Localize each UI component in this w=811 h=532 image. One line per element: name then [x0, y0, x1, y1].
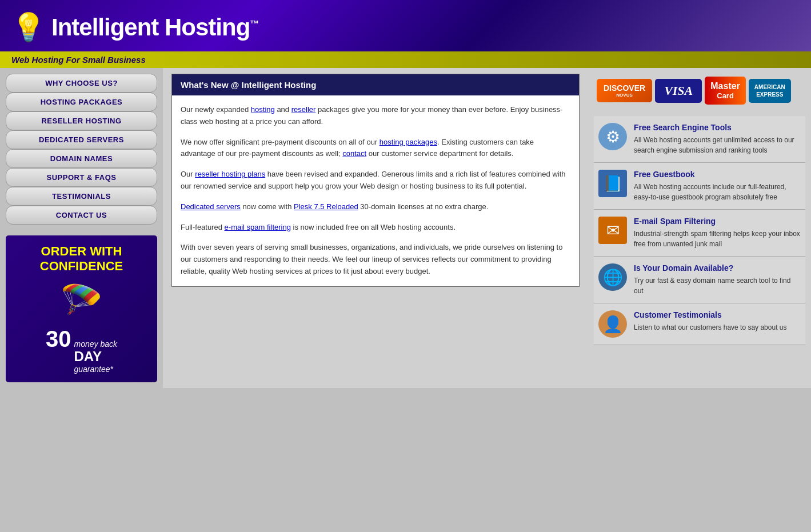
- nav-reseller-hosting[interactable]: RESELLER HOSTING: [6, 111, 157, 130]
- day-label: DAY: [74, 349, 117, 365]
- feature-desc-domain-available: Try our fast & easy domain name search t…: [634, 275, 801, 296]
- feature-icon-domain-available: 🌐: [598, 263, 627, 291]
- header: 💡 Intelligent Hosting™: [0, 0, 811, 51]
- feature-text-email-spam-filtering: E-mail Spam FilteringIndustrial-strength…: [634, 217, 801, 249]
- payment-icons: DISCOVER NOVUS VISA Master Card AMERICAN…: [594, 74, 805, 107]
- parachute-icon: 🪂: [60, 280, 103, 321]
- logo-text: Intelligent Hosting™: [51, 14, 258, 41]
- amex-card: AMERICANEXPRESS: [749, 79, 791, 103]
- feature-customer-testimonials[interactable]: 👤Customer TestimonialsListen to what our…: [594, 303, 805, 345]
- feature-free-guestbook[interactable]: 📘Free GuestbookAll Web hosting accounts …: [594, 163, 805, 210]
- feature-title-customer-testimonials: Customer Testimonials: [634, 310, 786, 319]
- news-paragraph-p3: Our reseller hosting plans have been rev…: [181, 169, 570, 193]
- mastercard-card: Master Card: [705, 77, 746, 105]
- link-dedicated-servers[interactable]: Dedicated servers: [181, 202, 241, 211]
- news-body: Our newly expanded hosting and reseller …: [172, 95, 579, 286]
- link-reseller[interactable]: reseller: [291, 105, 316, 114]
- news-box: What's New @ Intelligent Hosting Our new…: [171, 74, 580, 287]
- visa-card: VISA: [655, 79, 702, 103]
- feature-title-email-spam-filtering: E-mail Spam Filtering: [634, 217, 801, 226]
- feature-icon-customer-testimonials: 👤: [598, 310, 627, 338]
- link-contact[interactable]: contact: [342, 149, 366, 158]
- order-banner: ORDER WITH CONFIDENCE 🪂 30 money back DA…: [6, 235, 157, 382]
- link-e-mail-spam-filtering[interactable]: e-mail spam filtering: [225, 223, 291, 231]
- feature-icon-email-spam-filtering: ✉: [598, 217, 627, 244]
- feature-desc-email-spam-filtering: Industrial-strength spam filtering helps…: [634, 229, 801, 249]
- news-paragraph-p2: We now offer significant pre-payment dis…: [181, 137, 570, 161]
- feature-icon-free-guestbook: 📘: [598, 170, 627, 197]
- feature-icon-search-engine-tools: ⚙: [598, 123, 627, 150]
- feature-email-spam-filtering[interactable]: ✉E-mail Spam FilteringIndustrial-strengt…: [594, 210, 805, 257]
- nav-why-choose-us[interactable]: WHY CHOOSE US?: [6, 74, 157, 93]
- feature-domain-available[interactable]: 🌐Is Your Domain Available?Try our fast &…: [594, 257, 805, 303]
- feature-text-search-engine-tools: Free Search Engine ToolsAll Web hosting …: [634, 123, 801, 155]
- lightbulb-icon: 💡: [11, 14, 46, 41]
- nav-hosting-packages[interactable]: HOSTING PACKAGES: [6, 93, 157, 111]
- news-paragraph-p1: Our newly expanded hosting and reseller …: [181, 104, 570, 128]
- content-area: What's New @ Intelligent Hosting Our new…: [163, 68, 588, 388]
- news-paragraph-p5: Full-featured e-mail spam filtering is n…: [181, 222, 570, 234]
- logo-area: 💡 Intelligent Hosting™: [11, 14, 258, 41]
- money-back-label: money back: [74, 339, 117, 349]
- feature-text-free-guestbook: Free GuestbookAll Web hosting accounts i…: [634, 170, 801, 202]
- news-paragraph-p6: With over seven years of serving small b…: [181, 242, 570, 277]
- nav-support-faqs[interactable]: SUPPORT & FAQS: [6, 168, 157, 187]
- feature-desc-search-engine-tools: All Web hosting accounts get unlimited a…: [634, 135, 801, 155]
- feature-search-engine-tools[interactable]: ⚙Free Search Engine ToolsAll Web hosting…: [594, 116, 805, 163]
- tagline-bar: Web Hosting For Small Business: [0, 51, 811, 68]
- nav-domain-names[interactable]: DOMAIN NAMES: [6, 149, 157, 168]
- link-reseller-hosting-plans[interactable]: reseller hosting plans: [195, 170, 265, 178]
- link-hosting[interactable]: hosting: [251, 105, 275, 114]
- feature-desc-free-guestbook: All Web hosting accounts include our ful…: [634, 182, 801, 202]
- right-sidebar: DISCOVER NOVUS VISA Master Card AMERICAN…: [588, 68, 811, 388]
- guarantee-label: guarantee*: [74, 365, 117, 374]
- feature-text-domain-available: Is Your Domain Available?Try our fast & …: [634, 263, 801, 296]
- order-days: 30: [46, 326, 71, 352]
- logo-name: Intelligent Hosting: [51, 14, 250, 41]
- order-title: ORDER WITH CONFIDENCE: [40, 244, 123, 274]
- nav-dedicated-servers[interactable]: DEDICATED SERVERS: [6, 130, 157, 149]
- nav-contact-us[interactable]: CONTACT US: [6, 206, 157, 225]
- left-sidebar: WHY CHOOSE US?HOSTING PACKAGESRESELLER H…: [0, 68, 163, 388]
- feature-title-search-engine-tools: Free Search Engine Tools: [634, 123, 801, 132]
- tagline-text: Web Hosting For Small Business: [11, 55, 146, 65]
- feature-title-domain-available: Is Your Domain Available?: [634, 263, 801, 273]
- news-header: What's New @ Intelligent Hosting: [172, 74, 579, 95]
- feature-text-customer-testimonials: Customer TestimonialsListen to what our …: [634, 310, 786, 333]
- logo-tm: ™: [250, 19, 258, 29]
- main-layout: WHY CHOOSE US?HOSTING PACKAGESRESELLER H…: [0, 68, 811, 388]
- link-hosting-packages[interactable]: hosting packages: [379, 138, 437, 146]
- nav-testimonials[interactable]: TESTIMONIALS: [6, 187, 157, 206]
- link-plesk-7.5-reloaded[interactable]: Plesk 7.5 Reloaded: [294, 202, 358, 211]
- feature-desc-customer-testimonials: Listen to what our customers have to say…: [634, 322, 786, 333]
- feature-title-free-guestbook: Free Guestbook: [634, 170, 801, 179]
- discover-card: DISCOVER NOVUS: [597, 79, 652, 102]
- news-paragraph-p4: Dedicated servers now come with Plesk 7.…: [181, 201, 570, 213]
